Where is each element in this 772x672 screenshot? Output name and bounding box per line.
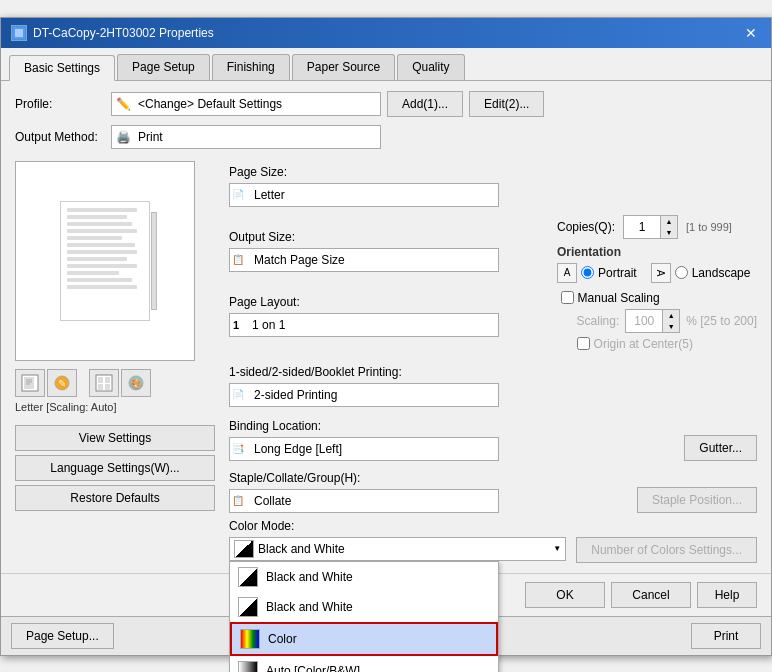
scaling-range: % [25 to 200] <box>686 314 757 328</box>
duplex-label: 1-sided/2-sided/Booklet Printing: <box>229 365 757 379</box>
app-icon <box>11 25 27 41</box>
output-method-row: Output Method: 🖨️ Print <box>15 125 757 149</box>
color-option-auto[interactable]: Auto [Color/B&W] <box>230 656 498 673</box>
portrait-icon: A <box>557 263 577 283</box>
duplex-select-wrapper: 📄 2-sided Printing <box>229 383 499 407</box>
output-size-select[interactable]: Match Page Size <box>229 248 499 272</box>
output-method-select-wrapper: 🖨️ Print <box>111 125 381 149</box>
print-footer-button[interactable]: Print <box>691 623 761 649</box>
profile-select[interactable]: <Change> Default Settings <box>111 92 381 116</box>
staple-position-button[interactable]: Staple Position... <box>637 487 757 513</box>
duplex-select[interactable]: 2-sided Printing <box>229 383 499 407</box>
help-button[interactable]: Help <box>697 582 757 608</box>
scaling-up[interactable]: ▲ <box>663 310 679 321</box>
icon-btn-2[interactable]: ✎ <box>47 369 77 397</box>
icon-btn-4[interactable]: 🎨 <box>121 369 151 397</box>
copies-up[interactable]: ▲ <box>661 216 677 227</box>
profile-label: Profile: <box>15 97 105 111</box>
page-size-row: Page Size: 📄 Letter <box>229 161 757 207</box>
tab-page-setup[interactable]: Page Setup <box>117 54 210 80</box>
title-bar: DT-CaCopy-2HT03002 Properties ✕ <box>1 18 771 48</box>
ok-button[interactable]: OK <box>525 582 605 608</box>
language-settings-button[interactable]: Language Settings(W)... <box>15 455 215 481</box>
edit-button[interactable]: Edit(2)... <box>469 91 544 117</box>
svg-rect-10 <box>98 377 103 383</box>
scaling-value[interactable] <box>626 310 662 332</box>
gutter-button[interactable]: Gutter... <box>684 435 757 461</box>
number-of-colors-button[interactable]: Number of Colors Settings... <box>576 537 757 563</box>
page-setup-footer-button[interactable]: Page Setup... <box>11 623 114 649</box>
page-layout-section: Page Layout: 1 1 on 1 <box>229 291 545 337</box>
staple-select[interactable]: Collate <box>229 489 499 513</box>
preview-icons: ✎ 🎨 <box>15 369 215 397</box>
color-mode-controls: Black and White ▼ Black and White Bl <box>229 537 757 563</box>
copies-group: Copies(Q): ▲ ▼ [1 to 999] <box>557 215 757 239</box>
scaling-down[interactable]: ▼ <box>663 321 679 332</box>
output-method-label: Output Method: <box>15 130 105 144</box>
icon-group-left: ✎ <box>15 369 77 397</box>
origin-checkbox[interactable] <box>577 337 590 350</box>
page-size-select[interactable]: Letter <box>229 183 499 207</box>
color-option-color[interactable]: Color <box>230 622 498 656</box>
landscape-radio[interactable] <box>675 266 688 279</box>
add-button[interactable]: Add(1)... <box>387 91 463 117</box>
color-mode-label: Color Mode: <box>229 519 757 533</box>
copies-value[interactable] <box>624 216 660 238</box>
origin-label: Origin at Center(5) <box>594 337 693 351</box>
color-mode-swatch <box>234 540 254 558</box>
manual-scaling-checkbox[interactable] <box>561 291 574 304</box>
binding-label: Binding Location: <box>229 419 674 433</box>
tab-paper-source[interactable]: Paper Source <box>292 54 395 80</box>
color-label: Color <box>268 632 297 646</box>
output-method-select[interactable]: Print <box>111 125 381 149</box>
dialog: DT-CaCopy-2HT03002 Properties ✕ Basic Se… <box>0 17 772 656</box>
color-option-bw2[interactable]: Black and White <box>230 592 498 622</box>
copies-arrows: ▲ ▼ <box>660 216 677 238</box>
origin-checkbox-row: Origin at Center(5) <box>577 337 757 351</box>
page-layout-label: Page Layout: <box>229 295 545 309</box>
color-mode-current[interactable]: Black and White ▼ <box>229 537 566 561</box>
bw2-label: Black and White <box>266 600 353 614</box>
page-layout-select-wrapper: 1 1 on 1 <box>229 313 499 337</box>
page-layout-select[interactable]: 1 on 1 <box>229 313 499 337</box>
icon-btn-1[interactable] <box>15 369 45 397</box>
binding-select[interactable]: Long Edge [Left] <box>229 437 499 461</box>
landscape-option[interactable]: A Landscape <box>651 263 751 283</box>
duplex-row: 1-sided/2-sided/Booklet Printing: 📄 2-si… <box>229 361 757 407</box>
output-size-row: Output Size: 📋 Match Page Size Copies(Q)… <box>229 215 757 283</box>
icon-btn-3[interactable] <box>89 369 119 397</box>
portrait-radio[interactable] <box>581 266 594 279</box>
svg-rect-1 <box>15 29 23 37</box>
layout-scaling-row: Page Layout: 1 1 on 1 Manual Scaling S <box>229 291 757 355</box>
tabs-bar: Basic Settings Page Setup Finishing Pape… <box>1 48 771 81</box>
page-preview <box>60 201 150 321</box>
staple-row: Staple/Collate/Group(H): 📋 Collate Stapl… <box>229 467 757 513</box>
view-settings-button[interactable]: View Settings <box>15 425 215 451</box>
tab-basic-settings[interactable]: Basic Settings <box>9 55 115 81</box>
portrait-option[interactable]: A Portrait <box>557 263 637 283</box>
color-mode-dropdown-wrapper: Black and White ▼ Black and White Bl <box>229 537 566 561</box>
color-option-bw1[interactable]: Black and White <box>230 562 498 592</box>
restore-defaults-button[interactable]: Restore Defaults <box>15 485 215 511</box>
staple-select-wrapper: 📋 Collate <box>229 489 499 513</box>
tab-quality[interactable]: Quality <box>397 54 464 80</box>
svg-rect-12 <box>98 384 103 390</box>
color-mode-dropdown: Black and White Black and White Color <box>229 561 499 673</box>
cancel-button[interactable]: Cancel <box>611 582 691 608</box>
copies-down[interactable]: ▼ <box>661 227 677 238</box>
tab-finishing[interactable]: Finishing <box>212 54 290 80</box>
portrait-label: Portrait <box>598 266 637 280</box>
icon-group-right: 🎨 <box>89 369 151 397</box>
manual-scaling-label: Manual Scaling <box>578 291 660 305</box>
manual-scaling-checkbox-row: Manual Scaling <box>561 291 757 305</box>
svg-text:🎨: 🎨 <box>130 377 143 390</box>
profile-row: Profile: ✏️ <Change> Default Settings Ad… <box>15 91 757 117</box>
orientation-label: Orientation <box>557 245 757 259</box>
svg-rect-11 <box>105 377 110 383</box>
close-button[interactable]: ✕ <box>741 25 761 41</box>
svg-text:✎: ✎ <box>58 378 66 389</box>
copies-label: Copies(Q): <box>557 220 615 234</box>
output-size-label: Output Size: <box>229 230 541 244</box>
profile-select-wrapper: ✏️ <Change> Default Settings <box>111 92 381 116</box>
scaling-arrows: ▲ ▼ <box>662 310 679 332</box>
